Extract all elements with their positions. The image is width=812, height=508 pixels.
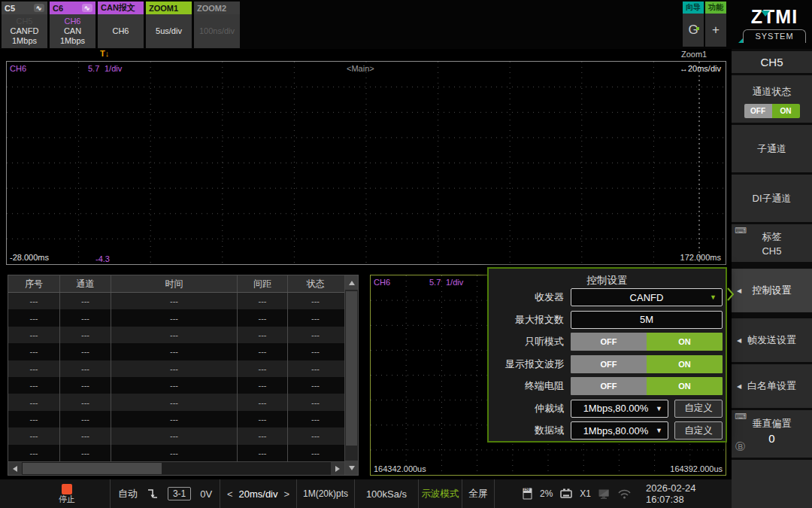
trigger-section: 自动 3-1 0V <box>111 479 220 508</box>
table-row[interactable]: --------------- <box>8 427 344 444</box>
tab-can-message-channel: CH6 <box>112 26 129 36</box>
tab-c6[interactable]: C6 ∿ CH6 CAN 1Mbps <box>50 2 95 48</box>
table-cell: --- <box>288 394 343 410</box>
stop-indicator[interactable]: 停止 <box>59 484 75 503</box>
sidebar-channel-header: CH5 <box>732 51 812 73</box>
sidebar-item-control-settings[interactable]: ◀ 控制设置 <box>732 269 812 312</box>
trigger-source-badge[interactable]: 3-1 <box>168 487 191 500</box>
show-frame-wave-off-button[interactable]: OFF <box>571 355 647 373</box>
table-row[interactable]: --------------- <box>8 377 344 394</box>
channel-status-toggle: OFF ON <box>744 104 800 118</box>
utility-buttons: 向导 G 功能 + <box>683 2 726 47</box>
horizontal-scrollbar[interactable] <box>8 461 344 475</box>
terminal-resistor-off-button[interactable]: OFF <box>571 377 647 395</box>
column-header: 间距 <box>238 275 288 292</box>
sidebar-item-tag[interactable]: ⌨ 标签 CH5 <box>732 224 812 262</box>
show-frame-wave-on-button[interactable]: ON <box>647 355 723 373</box>
timebase-prev-button[interactable]: < <box>227 488 233 500</box>
table-cell: --- <box>288 445 343 461</box>
dialog-title: 控制设置 <box>489 272 726 288</box>
arrow-right-icon <box>335 466 340 472</box>
table-row[interactable]: --------------- <box>8 394 344 410</box>
tab-can-message-label: CAN报文 <box>101 2 135 14</box>
data-field-custom-button[interactable]: 自定义 <box>674 421 723 440</box>
tab-c6-channel: CH6 <box>64 17 80 26</box>
table-cell: --- <box>288 377 343 394</box>
table-row[interactable]: --------------- <box>8 293 344 309</box>
sidebar-item-vertical-offset[interactable]: ⌨ 垂直偏置 0 Ⓑ <box>732 410 812 458</box>
data-field-label: 数据域 <box>489 424 571 437</box>
table-cell: --- <box>8 293 60 309</box>
arrow-down-icon <box>349 466 355 470</box>
column-header: 序号 <box>8 275 60 292</box>
brand-logo-triangle-icon <box>761 11 770 17</box>
scroll-right-button[interactable] <box>331 462 344 475</box>
terminal-resistor-on-button[interactable]: ON <box>647 377 723 395</box>
storage-icon: 150 <box>522 487 533 500</box>
timebase-value[interactable]: 20ms/div <box>238 488 277 500</box>
timebase-next-button[interactable]: > <box>284 488 290 500</box>
tab-c5[interactable]: C5 ∿ CH5 CANFD 1Mbps <box>2 2 47 48</box>
sidebar-item-sub-channel[interactable]: 子通道 <box>732 125 812 172</box>
table-row[interactable]: --------------- <box>8 343 344 360</box>
table-row[interactable]: --------------- <box>8 445 344 461</box>
table-cell: --- <box>8 427 60 444</box>
listen-only-on-button[interactable]: ON <box>647 333 723 351</box>
horizontal-scroll-thumb[interactable] <box>23 463 162 474</box>
sidebar-item-di-sub-channel[interactable]: DI子通道 <box>732 175 812 222</box>
zoom-scale-unit: 1/div <box>446 278 463 287</box>
table-row[interactable]: --------------- <box>8 327 344 343</box>
control-settings-dialog: 控制设置 收发器 CANFD ▼ 最大报文数 5M 只听模式 OFF <box>487 267 727 443</box>
trigger-position-marker[interactable]: T↓ <box>100 49 109 58</box>
zoom-channel-label: CH6 <box>374 278 390 287</box>
function-button[interactable]: 功能 + <box>705 2 726 47</box>
table-row[interactable]: --------------- <box>8 360 344 377</box>
trigger-mode-label[interactable]: 自动 <box>118 487 138 500</box>
channel-status-off-button[interactable]: OFF <box>744 104 772 118</box>
sidebar-item-frame-send-settings[interactable]: ◀ 帧发送设置 <box>732 318 812 362</box>
vertical-scroll-thumb[interactable] <box>346 291 357 446</box>
arbitration-dropdown[interactable]: 1Mbps,80.00% ▼ <box>571 400 668 418</box>
keyboard-icon: ⌨ <box>735 226 747 236</box>
tab-can-message[interactable]: CAN报文 CH6 <box>98 2 144 48</box>
scope-mode-button[interactable]: 示波模式 <box>419 479 462 508</box>
table-cell: --- <box>8 377 60 394</box>
vertical-scrollbar[interactable] <box>344 275 358 475</box>
max-frames-input[interactable]: 5M <box>571 311 723 329</box>
wizard-button[interactable]: 向导 G <box>683 2 704 47</box>
listen-only-off-button[interactable]: OFF <box>571 333 647 351</box>
table-row[interactable]: --------------- <box>8 411 344 427</box>
table-cell: --- <box>238 411 288 427</box>
arbitration-custom-button[interactable]: 自定义 <box>674 400 723 418</box>
show-frame-wave-toggle: OFF ON <box>571 355 723 373</box>
scroll-up-button[interactable] <box>345 275 358 290</box>
table-cell: --- <box>288 427 343 444</box>
keyboard-icon: ⌨ <box>735 412 747 421</box>
table-cell: --- <box>8 343 60 360</box>
transceiver-dropdown[interactable]: CANFD ▼ <box>571 288 723 306</box>
trigger-level-label[interactable]: 0V <box>200 488 212 500</box>
right-menu-sidebar: CH5 通道状态 OFF ON 子通道 DI子通道 ⌨ 标签 CH5 ◀ 控制设… <box>732 49 812 508</box>
column-header: 通道 <box>60 275 111 292</box>
tab-zoom2[interactable]: ZOOM2 100ns/div <box>194 2 240 48</box>
sidebar-item-whitelist-settings[interactable]: ◀ 白名单设置 <box>732 364 812 408</box>
tab-c6-protocol: CAN <box>64 26 81 36</box>
scroll-left-button[interactable] <box>8 462 22 475</box>
table-cell: --- <box>238 309 288 326</box>
channel-status-on-button[interactable]: ON <box>772 104 800 118</box>
terminal-resistor-toggle: OFF ON <box>571 377 723 395</box>
system-status-section: 150 2% X1 <box>495 479 732 508</box>
stop-label: 停止 <box>59 495 75 503</box>
trigger-edge-icon <box>147 488 159 500</box>
main-window-title: <Main> <box>347 64 374 73</box>
data-field-dropdown[interactable]: 1Mbps,80.00% ▼ <box>571 421 668 440</box>
stop-icon <box>62 484 72 494</box>
table-body: ----------------------------------------… <box>8 293 344 461</box>
table-row[interactable]: --------------- <box>8 309 344 326</box>
fullscreen-button[interactable]: 全屏 <box>462 479 495 508</box>
wifi-icon <box>617 488 632 500</box>
table-cell: --- <box>238 293 288 309</box>
function-label: 功能 <box>705 2 726 14</box>
tab-zoom1[interactable]: ZOOM1 5us/div <box>146 2 192 48</box>
scroll-down-button[interactable] <box>345 461 358 475</box>
